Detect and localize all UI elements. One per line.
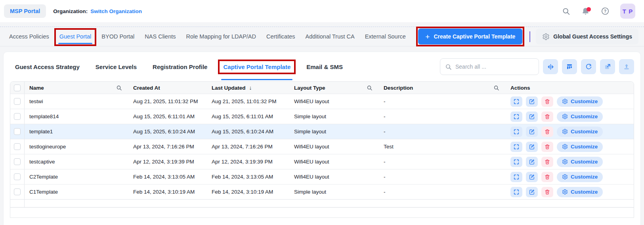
customize-button[interactable]: Customize [557, 142, 603, 152]
notification-badge [587, 7, 591, 12]
cell-created-at: Feb 14, 2024, 3:13:05 AM [128, 169, 207, 184]
cell-layout-type: Wifi4EU layout [289, 139, 379, 154]
delete-button[interactable] [541, 127, 553, 137]
table-toolbar [440, 58, 634, 75]
sort-descending-icon[interactable]: ↓ [249, 85, 252, 91]
customize-button[interactable]: Customize [557, 172, 603, 182]
cell-description: - [379, 154, 506, 169]
cell-name: testwi [25, 94, 128, 109]
row-checkbox[interactable] [14, 173, 21, 180]
subtab-email-sms[interactable]: Email & SMS [301, 52, 348, 81]
subtab-captive-portal-template[interactable]: Captive Portal Template [218, 52, 296, 81]
table-row: C2Template Feb 14, 2024, 3:13:05 AM Feb … [10, 169, 634, 184]
customize-button[interactable]: Customize [557, 127, 603, 137]
edit-button[interactable] [526, 142, 538, 152]
cell-name: template1 [25, 124, 128, 139]
delete-button[interactable] [541, 142, 553, 152]
subtab-service-levels[interactable]: Service Levels [90, 52, 142, 81]
cell-created-at: Apr 12, 2024, 3:19:39 PM [128, 154, 207, 169]
cell-last-updated: Aug 21, 2025, 11:01:32 PM [207, 94, 289, 109]
edit-button[interactable] [526, 172, 538, 182]
edit-button[interactable] [526, 187, 538, 197]
cell-description: - [379, 124, 506, 139]
delete-button[interactable] [541, 187, 553, 197]
subtab-registration-profile[interactable]: Registration Profile [147, 52, 212, 81]
create-captive-portal-template-button[interactable]: + Create Captive Portal Template [418, 29, 522, 44]
row-checkbox[interactable] [14, 113, 21, 120]
global-guest-access-settings-button[interactable]: Global Guest Access Settings [536, 29, 638, 44]
export-upload-button[interactable] [619, 59, 634, 74]
help-icon[interactable]: ? [601, 7, 610, 15]
cell-created-at: Aug 21, 2025, 11:01:32 PM [128, 94, 207, 109]
preview-fullscreen-button[interactable] [510, 112, 522, 122]
preview-fullscreen-button[interactable] [510, 96, 522, 107]
tab-guest-portal[interactable]: Guest Portal [59, 27, 92, 46]
column-search-icon[interactable] [367, 85, 373, 91]
cell-last-updated: Aug 15, 2025, 6:10:24 AM [207, 124, 289, 139]
select-all-checkbox[interactable] [14, 85, 21, 91]
delete-button[interactable] [541, 157, 553, 167]
cell-description: - [379, 109, 506, 124]
row-checkbox[interactable] [14, 98, 21, 105]
tab-byod-portal[interactable]: BYOD Portal [101, 27, 134, 46]
cell-last-updated: Feb 14, 2024, 3:13:05 AM [207, 169, 289, 184]
column-search-icon[interactable] [493, 85, 499, 91]
gear-icon [562, 113, 568, 119]
cell-description: - [379, 94, 506, 109]
column-search-icon[interactable] [116, 85, 122, 91]
customize-button[interactable]: Customize [557, 157, 603, 167]
delete-button[interactable] [541, 112, 553, 122]
column-header-created-at[interactable]: Created At [128, 82, 207, 94]
customize-button[interactable]: Customize [557, 96, 603, 107]
open-external-button[interactable] [600, 59, 615, 74]
edit-button[interactable] [526, 157, 538, 167]
customize-button[interactable]: Customize [557, 187, 603, 197]
columns-button[interactable] [562, 59, 577, 74]
customize-button[interactable]: Customize [557, 112, 603, 122]
cell-name: C1Template [25, 185, 128, 199]
table-row: template814 Aug 15, 2025, 6:11:01 AM Aug… [10, 109, 634, 124]
tab-role-mapping-ldap-ad[interactable]: Role Mapping for LDAP/AD [186, 27, 256, 46]
cell-last-updated: Apr 13, 2024, 7:16:26 PM [207, 139, 289, 154]
cell-name: C2Template [25, 169, 128, 184]
row-checkbox[interactable] [14, 128, 21, 135]
tab-access-policies[interactable]: Access Policies [9, 27, 49, 46]
subtab-guest-access-strategy[interactable]: Guest Access Strategy [10, 52, 85, 81]
column-resize-button[interactable] [543, 59, 558, 74]
delete-button[interactable] [541, 96, 553, 107]
row-checkbox[interactable] [14, 188, 21, 195]
row-checkbox[interactable] [14, 143, 21, 150]
edit-button[interactable] [526, 112, 538, 122]
column-header-name[interactable]: Name [25, 82, 128, 94]
edit-button[interactable] [526, 127, 538, 137]
column-header-layout-type[interactable]: Layout Type [289, 82, 379, 94]
refresh-button[interactable] [581, 59, 596, 74]
notifications-bell-icon[interactable] [581, 7, 590, 16]
msp-portal-button[interactable]: MSP Portal [4, 4, 46, 18]
column-header-description[interactable]: Description [379, 82, 506, 94]
search-all-input[interactable] [455, 63, 534, 70]
column-header-last-updated[interactable]: Last Updated ↓ [207, 82, 289, 94]
plus-icon: + [425, 33, 430, 40]
cell-name: testcaptive [25, 154, 128, 169]
preview-fullscreen-button[interactable] [510, 187, 522, 197]
tab-external-source[interactable]: External Source [365, 27, 406, 46]
cell-created-at: Aug 15, 2025, 6:10:24 AM [128, 124, 207, 139]
cell-last-updated: Apr 12, 2024, 3:19:39 PM [207, 154, 289, 169]
tab-nas-clients[interactable]: NAS Clients [145, 27, 176, 46]
gear-icon [562, 189, 568, 195]
table-empty-area [10, 199, 634, 208]
search-icon[interactable] [562, 7, 570, 15]
edit-button[interactable] [526, 96, 538, 107]
row-checkbox[interactable] [14, 158, 21, 165]
delete-button[interactable] [541, 172, 553, 182]
tab-additional-trust-ca[interactable]: Additional Trust CA [306, 27, 355, 46]
switch-organization-link[interactable]: Switch Organization [90, 8, 142, 14]
cell-description: - [379, 185, 506, 199]
user-avatar[interactable]: T P [620, 4, 635, 19]
preview-fullscreen-button[interactable] [510, 172, 522, 182]
preview-fullscreen-button[interactable] [510, 157, 522, 167]
preview-fullscreen-button[interactable] [510, 127, 522, 137]
preview-fullscreen-button[interactable] [510, 142, 522, 152]
tab-certificates[interactable]: Certificates [266, 27, 295, 46]
